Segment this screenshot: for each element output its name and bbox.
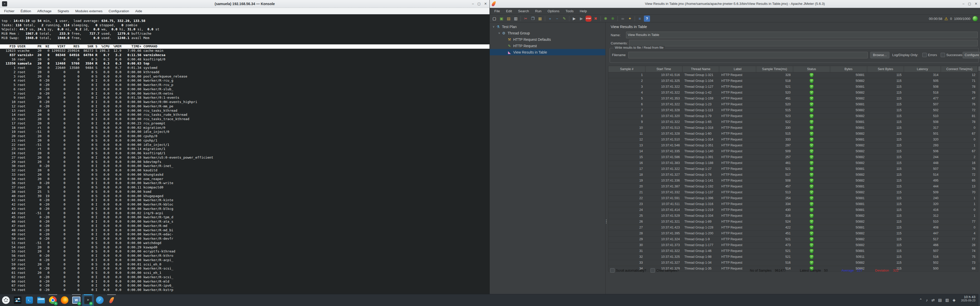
clear-icon[interactable]: ✦ (627, 16, 633, 22)
tree-item-thread-group[interactable]: ∨⚙Thread Group (490, 30, 605, 36)
table-row[interactable]: 2810:37:41.395Thread Group 1-200HTTP Req… (608, 231, 978, 237)
column-header-sent-bytes[interactable]: Sent Bytes (867, 66, 904, 72)
table-row[interactable]: 610:37:41.322Thread Group 1-23HTTP Reque… (608, 102, 978, 108)
start-icon[interactable]: ▶ (571, 16, 577, 22)
konsole-menu-configuration[interactable]: Configuration (105, 9, 132, 13)
cut-icon[interactable]: ✂ (523, 16, 529, 22)
chrome-taskbar-button[interactable]: + (47, 294, 59, 306)
comments-input[interactable] (629, 40, 978, 46)
taskbar-clock[interactable]: 10 h 43 2025-09-23 (961, 295, 975, 302)
jmeter-menu-help[interactable]: Help (577, 9, 590, 13)
jmeter-menu-options[interactable]: Options (545, 9, 563, 13)
column-header-thread-name[interactable]: Thread Name (682, 66, 719, 72)
table-row[interactable]: 3010:37:41.373Thread Group 1-177HTTP Req… (608, 243, 978, 248)
column-header-sample-[interactable]: Sample # (608, 66, 646, 72)
table-row[interactable]: 2410:37:41.414Thread Group 1-219HTTP Req… (608, 207, 978, 213)
konsole-titlebar[interactable]: > (samuela) 192.168.56.34 — Konsole – ▢ … (0, 0, 490, 8)
configure-button[interactable]: Configure (963, 52, 980, 59)
search-icon[interactable]: ∞ (620, 16, 626, 22)
konsole-menu-aide[interactable]: Aide (132, 9, 145, 13)
browse-button[interactable]: Browse... (870, 52, 889, 59)
start-no-pauses-icon[interactable]: ▶ (578, 16, 584, 22)
jmeter-taskbar-button[interactable] (106, 294, 118, 306)
table-row[interactable]: 1110:37:41.328Thread Group 1-60HTTP Requ… (608, 131, 978, 137)
table-row[interactable]: 110:37:41.516Thread Group 1-321HTTP Requ… (608, 73, 978, 78)
file-manager-taskbar-button[interactable] (35, 294, 47, 306)
table-scrollbar[interactable] (978, 66, 980, 263)
copy-icon[interactable]: ❐ (530, 16, 536, 22)
split-divider-handle[interactable]: ••• (606, 219, 608, 224)
table-row[interactable]: 2110:37:41.332Thread Group 1-137HTTP Req… (608, 190, 978, 196)
firefox-taskbar-button[interactable] (59, 294, 70, 306)
column-header-connect-time-ms-[interactable]: Connect Time(ms) (941, 66, 978, 72)
toggle-icon[interactable]: ✎ (561, 16, 567, 22)
show-desktop-button[interactable] (978, 294, 980, 306)
name-input[interactable]: View Results in Table (626, 32, 978, 38)
jmeter-menu-run[interactable]: Run (532, 9, 545, 13)
table-row[interactable]: 810:37:41.320Thread Group 1-79HTTP Reque… (608, 114, 978, 119)
warning-icon[interactable]: ⚠ (944, 16, 948, 21)
konsole-taskbar-button[interactable]: >+ (82, 294, 94, 306)
konsole-menu--dition[interactable]: Édition (18, 9, 34, 13)
table-row[interactable]: 1310:37:41.546Thread Group 1-351HTTP Req… (608, 143, 978, 149)
jmeter-menu-tools[interactable]: Tools (563, 9, 577, 13)
clipboard-icon[interactable]: ▤ (938, 298, 942, 303)
open-template-icon[interactable]: ▣ (498, 16, 504, 22)
konsole-menu-fichier[interactable]: Fichier (1, 9, 18, 13)
stop-icon[interactable]: STOP (585, 16, 592, 22)
column-header-sample-time-ms-[interactable]: Sample Time(ms) (756, 66, 793, 72)
column-header-label[interactable]: Label (719, 66, 756, 72)
collapse-all-icon[interactable]: － (554, 16, 560, 22)
volume-icon[interactable]: ♪ (926, 298, 928, 302)
jmeter-menu-file[interactable]: File (491, 9, 503, 13)
close-icon[interactable]: ✕ (484, 2, 487, 6)
table-row[interactable]: 3210:37:41.325Thread Group 1-98HTTP Requ… (608, 254, 978, 260)
column-header-latency[interactable]: Latency (904, 66, 941, 72)
column-header-bytes[interactable]: Bytes (830, 66, 867, 72)
child-samples-checkbox[interactable] (651, 268, 655, 273)
help-icon[interactable]: ? (644, 16, 650, 22)
minimize-icon[interactable]: – (963, 2, 964, 6)
scroll-automatically-checkbox[interactable] (610, 268, 614, 273)
results-table-body[interactable]: 110:37:41.516Thread Group 1-321HTTP Requ… (608, 73, 978, 272)
notifications-icon[interactable]: ◈ (953, 298, 956, 303)
table-row[interactable]: 1810:37:41.327Thread Group 1-78HTTP Requ… (608, 172, 978, 178)
column-header-start-time[interactable]: Start Time (646, 66, 682, 72)
paste-icon[interactable]: ▦ (537, 16, 543, 22)
table-row[interactable]: 2710:37:41.423Thread Group 1-228HTTP Req… (608, 225, 978, 231)
table-row[interactable]: 2010:37:41.387Thread Group 1-192HTTP Req… (608, 184, 978, 190)
table-row[interactable]: 410:37:41.322Thread Group 1-42HTTP Reque… (608, 90, 978, 96)
konsole-menu-signets[interactable]: Signets (55, 9, 72, 13)
save-icon[interactable]: ▥ (513, 16, 519, 22)
table-row[interactable]: 1210:37:41.510Thread Group 1-314HTTP Req… (608, 137, 978, 143)
filename-input[interactable] (628, 52, 868, 59)
vm-console-taskbar-button[interactable]: W+ (70, 294, 82, 306)
battery-icon[interactable]: ▥ (945, 298, 949, 303)
network-icon[interactable]: ⇄ (932, 298, 935, 303)
tree-item-test-plan[interactable]: ∨⚗Test Plan (490, 24, 605, 30)
table-row[interactable]: 910:37:41.322Thread Group 1-65HTTP Reque… (608, 119, 978, 125)
table-row[interactable]: 3110:37:41.322Thread Group 1-46HTTP Requ… (608, 248, 978, 254)
close-icon[interactable]: ✕ (975, 2, 977, 6)
column-header-status[interactable]: Status (793, 66, 830, 72)
jmeter-menu-edit[interactable]: Edit (503, 9, 515, 13)
table-row[interactable]: 710:37:41.328Thread Group 1-113HTTP Requ… (608, 108, 978, 114)
discover-taskbar-button[interactable]: ›_ (24, 294, 35, 306)
errors-checkbox[interactable] (922, 53, 927, 57)
expand-all-icon[interactable]: ＋ (547, 16, 553, 22)
table-row[interactable]: 2510:37:41.529Thread Group 1-334HTTP Req… (608, 213, 978, 219)
results-table-header[interactable]: Sample #Start TimeThread NameLabelSample… (608, 66, 978, 73)
jmeter-titlebar[interactable]: View Results in Table.jmx (/home/samuela… (490, 0, 980, 8)
table-row[interactable]: 1910:37:41.336Thread Group 1-141HTTP Req… (608, 178, 978, 184)
remote-start-icon[interactable]: ❋ (603, 16, 609, 22)
table-row[interactable]: 1610:37:41.383Thread Group 1-188HTTP Req… (608, 160, 978, 166)
table-row[interactable]: 2310:37:41.511Thread Group 1-316HTTP Req… (608, 201, 978, 207)
chevron-down-icon[interactable]: ∨ (492, 25, 495, 28)
table-row[interactable]: 1010:37:41.513Thread Group 1-318HTTP Req… (608, 125, 978, 131)
table-row[interactable]: 1710:37:41.322Thread Group 1-27HTTP Requ… (608, 166, 978, 172)
tree-item-view-results-in-table[interactable]: ◣View Results in Table (490, 49, 605, 55)
table-row[interactable]: 210:37:41.325Thread Group 1-104HTTP Requ… (608, 78, 978, 84)
table-row[interactable]: 1510:37:41.586Thread Group 1-391HTTP Req… (608, 155, 978, 160)
tree-item-http-request-defaults[interactable]: ⚒HTTP Request Defaults (490, 36, 605, 43)
open-file-icon[interactable]: ▤ (506, 16, 512, 22)
